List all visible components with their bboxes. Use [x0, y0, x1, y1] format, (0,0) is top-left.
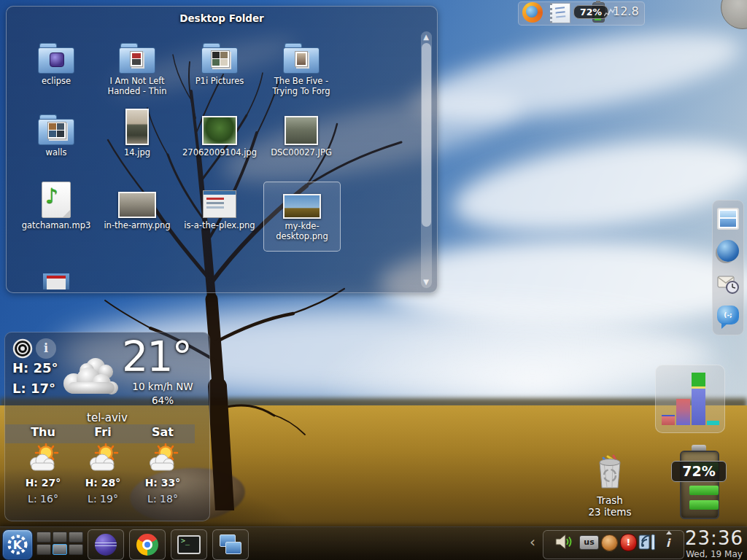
taskbar-panel: K >_ ‹ us ! — [0, 526, 747, 560]
desktop-file-partial[interactable] — [18, 256, 94, 289]
forecast-day[interactable]: Thu — [12, 425, 74, 439]
virtual-desktop-pager[interactable] — [36, 532, 85, 556]
desktop-file-p1i-pictures[interactable]: P1i Pictures — [182, 37, 258, 106]
today-low: L: 17° — [12, 381, 55, 396]
clipboard-tray-icon[interactable] — [601, 534, 618, 551]
desktop: Desktop Folder eclipse I Am Not Left Han… — [0, 0, 747, 560]
desktop-3[interactable] — [69, 532, 83, 542]
chat-dock-icon[interactable]: (-; — [717, 306, 739, 324]
notes-widget-icon[interactable] — [550, 3, 570, 23]
network-tray-icon[interactable] — [638, 532, 657, 551]
trash-icon — [592, 454, 628, 490]
desktop-file-gatchaman-mp3[interactable]: ♪ gatchaman.mp3 — [18, 182, 94, 250]
current-temperature: 21° — [122, 332, 191, 381]
weather-location: tel-aviv — [5, 411, 209, 424]
forecast-high: H: 28° — [72, 477, 133, 489]
weather-info-icon[interactable]: i — [36, 338, 56, 359]
forecast-day[interactable]: Fri — [72, 425, 133, 439]
terminal-icon: >_ — [177, 535, 201, 554]
screenshot-icon — [18, 256, 94, 289]
today-high: H: 25° — [12, 360, 58, 376]
task-displays[interactable] — [212, 529, 249, 560]
kde-gear-k-icon: K — [6, 533, 29, 556]
battery-charge-bar — [689, 500, 719, 510]
partly-sunny-icon — [86, 443, 120, 474]
battery-widget[interactable]: 72% — [676, 445, 722, 518]
humidity: 64% — [122, 394, 204, 406]
wind-speed: 10 km/h NW — [122, 381, 204, 392]
battery-percentage-badge: 72% — [573, 5, 608, 19]
desktop-5-active[interactable] — [53, 544, 67, 555]
file-label: DSC00027.JPG — [263, 147, 339, 158]
digital-clock[interactable]: 23:36 Wed, 19 May — [683, 527, 746, 559]
trash-label: Trash — [584, 494, 636, 506]
forecast-high: H: 27° — [12, 477, 74, 489]
partly-sunny-icon — [26, 443, 60, 474]
forecast-low: L: 19° — [72, 493, 133, 505]
photo-icon — [263, 109, 339, 145]
folder-icon — [18, 109, 94, 145]
system-monitor-widget[interactable] — [655, 365, 725, 433]
task-eclipse[interactable] — [88, 529, 124, 560]
dual-monitor-icon — [218, 534, 243, 556]
desktop-file-27062009104-jpg[interactable]: 27062009104.jpg — [182, 109, 258, 177]
task-konsole[interactable]: >_ — [171, 529, 207, 560]
monitor-bar-2 — [676, 399, 690, 425]
scroll-down-arrow[interactable]: ▼ — [419, 278, 433, 286]
kde-application-launcher-button[interactable]: K — [2, 529, 33, 560]
mail-clock-dock-icon[interactable] — [717, 272, 739, 294]
desktop-6[interactable] — [69, 544, 83, 555]
desktop-file-eclipse[interactable]: eclipse — [18, 37, 94, 106]
file-label: P1i Pictures — [182, 76, 258, 86]
desktop-1[interactable] — [36, 532, 51, 542]
file-label: I Am Not Left Handed - Thin — [99, 76, 175, 97]
task-chrome[interactable] — [129, 529, 166, 560]
firefox-icon[interactable] — [522, 2, 543, 23]
desktop-2[interactable] — [53, 532, 67, 542]
monitor-value: 12.8 — [613, 4, 639, 18]
cloudy-condition-icon — [58, 351, 123, 400]
forecast-low: L: 18° — [132, 493, 193, 505]
trash-widget[interactable]: Trash 23 items — [584, 454, 636, 518]
svg-text:K: K — [13, 538, 23, 552]
clock-date: Wed, 19 May — [683, 549, 746, 559]
notifications-expand-arrow-icon[interactable] — [666, 531, 672, 534]
folder-view-widget: Desktop Folder eclipse I Am Not Left Han… — [6, 6, 438, 293]
desktop-file-my-kde-desktop-png[interactable]: my-kde-desktop.png — [263, 182, 341, 252]
monitor-bar-4 — [707, 421, 719, 425]
folder-view-title[interactable]: Desktop Folder — [7, 12, 437, 24]
screenshot-icon — [264, 182, 340, 219]
file-label: gatchaman.mp3 — [18, 220, 94, 230]
trash-item-count: 23 items — [584, 506, 636, 518]
folder-icon — [18, 37, 94, 74]
monitor-bar-1 — [662, 415, 675, 425]
keyboard-layout-indicator[interactable]: us — [579, 535, 599, 550]
system-globe-dock-icon[interactable] — [717, 240, 739, 262]
battery-percent-badge: 72% — [671, 461, 727, 482]
desktop-file-walls[interactable]: walls — [18, 109, 94, 177]
file-label: walls — [18, 147, 94, 158]
partly-sunny-icon — [146, 443, 179, 474]
desktop-file-the-be-five[interactable]: The Be Five - Trying To Forg — [263, 37, 339, 106]
tray-collapse-chevron-icon[interactable]: ‹ — [530, 533, 535, 551]
desktop-file-is-a-the-plex-png[interactable]: is-a-the-plex.png — [182, 182, 258, 250]
volume-icon[interactable] — [554, 533, 573, 551]
scrollbar-thumb[interactable] — [422, 43, 431, 227]
desktop-file-i-am-not-left-handed[interactable]: I Am Not Left Handed - Thin — [99, 37, 175, 106]
desktop-file-dsc00027-jpg[interactable]: DSC00027.JPG — [263, 109, 339, 177]
notifications-info-icon[interactable]: i — [666, 537, 670, 550]
file-label: is-a-the-plex.png — [182, 220, 258, 230]
folder-view-dock-icon[interactable] — [717, 208, 739, 230]
monitor-bar-3 — [692, 373, 705, 425]
alarm-tray-icon[interactable]: ! — [620, 534, 637, 551]
clock-time: 23:36 — [683, 527, 746, 549]
desktop-4[interactable] — [36, 544, 51, 555]
desktop-file-in-the-army-png[interactable]: in-the-army.png — [99, 182, 175, 250]
file-label: my-kde-desktop.png — [264, 221, 340, 242]
forecast-day[interactable]: Sat — [132, 425, 193, 439]
eclipse-icon — [95, 534, 117, 556]
desktop-file-14-jpg[interactable]: 14.jpg — [99, 109, 175, 177]
weather-station-icon[interactable] — [12, 338, 33, 359]
widget-dock: (-; — [712, 200, 744, 335]
file-label: eclipse — [18, 76, 94, 86]
